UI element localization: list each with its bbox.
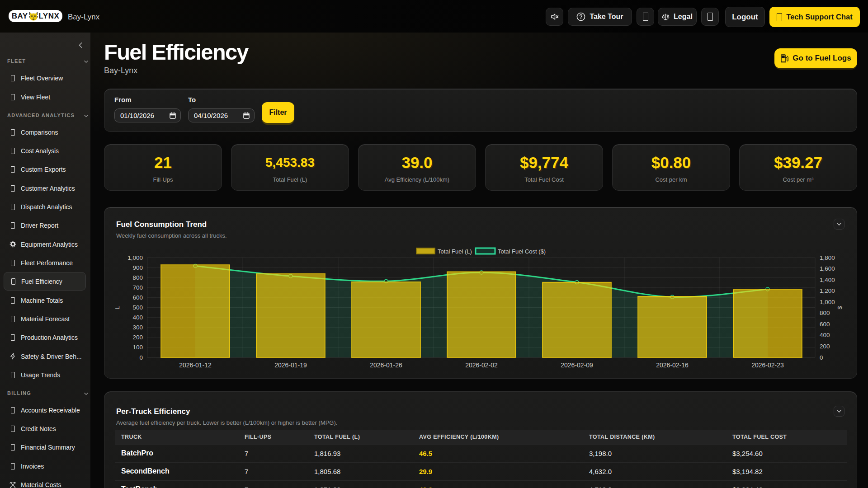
svg-text:1,600: 1,600 <box>820 265 835 272</box>
svg-text:2026-02-02: 2026-02-02 <box>465 361 498 369</box>
svg-text:600: 600 <box>132 294 143 301</box>
svg-text:Total Fuel Cost ($): Total Fuel Cost ($) <box>498 248 546 255</box>
svg-text:800: 800 <box>132 274 143 281</box>
svg-text:1,800: 1,800 <box>820 254 835 261</box>
svg-text:1,200: 1,200 <box>820 287 835 294</box>
svg-text:900: 900 <box>132 264 143 271</box>
svg-text:100: 100 <box>132 344 143 351</box>
svg-text:L: L <box>114 306 121 309</box>
svg-text:2026-01-12: 2026-01-12 <box>179 361 212 369</box>
svg-text:600: 600 <box>820 321 830 328</box>
svg-text:800: 800 <box>820 310 830 316</box>
svg-text:2026-01-19: 2026-01-19 <box>274 361 307 369</box>
svg-text:1,400: 1,400 <box>820 277 835 283</box>
svg-text:2026-02-09: 2026-02-09 <box>561 361 593 369</box>
svg-text:200: 200 <box>132 334 143 341</box>
svg-text:$: $ <box>836 306 843 310</box>
svg-text:300: 300 <box>132 324 143 331</box>
svg-text:0: 0 <box>139 354 143 361</box>
svg-text:Total Fuel (L): Total Fuel (L) <box>438 248 472 255</box>
svg-text:2026-01-26: 2026-01-26 <box>370 361 402 369</box>
svg-text:2026-02-23: 2026-02-23 <box>751 361 784 369</box>
svg-text:700: 700 <box>132 284 143 291</box>
svg-text:200: 200 <box>820 343 830 350</box>
svg-text:400: 400 <box>132 314 143 321</box>
svg-text:1,000: 1,000 <box>127 254 143 261</box>
svg-text:400: 400 <box>820 332 830 338</box>
svg-text:500: 500 <box>132 304 143 311</box>
svg-text:2026-02-16: 2026-02-16 <box>656 361 689 369</box>
svg-text:0: 0 <box>820 354 823 361</box>
svg-text:1,000: 1,000 <box>820 299 835 305</box>
